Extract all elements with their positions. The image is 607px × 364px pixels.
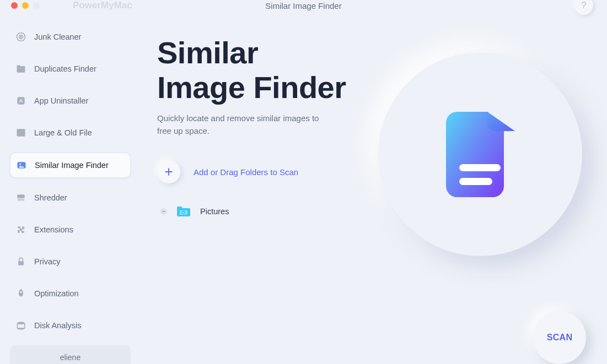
- maximize-window-button[interactable]: [33, 2, 40, 9]
- titlebar: PowerMyMac Similar Image Finder ?: [0, 0, 607, 11]
- user-name: eliene: [60, 353, 80, 362]
- sidebar-item-extensions[interactable]: Extensions: [10, 218, 131, 242]
- app-name: PowerMyMac: [73, 0, 132, 11]
- sidebar-item-label: App Uninstaller: [34, 96, 125, 105]
- sidebar-item-label: Privacy: [34, 257, 125, 266]
- svg-rect-16: [459, 178, 492, 185]
- scan-button[interactable]: SCAN: [533, 311, 586, 364]
- add-folder-label: Add or Drag Folders to Scan: [194, 167, 298, 177]
- folder-icon: [176, 205, 191, 218]
- sidebar-item-app-uninstaller[interactable]: A App Uninstaller: [10, 89, 131, 113]
- folder-name: Pictures: [200, 207, 229, 216]
- svg-text:A: A: [19, 98, 23, 104]
- folders-icon: [15, 63, 26, 74]
- target-icon: [15, 31, 26, 42]
- svg-point-8: [19, 164, 21, 165]
- svg-point-2: [20, 36, 22, 37]
- sidebar-item-disk-analysis[interactable]: Disk Analysis: [10, 313, 131, 338]
- feature-description: Quickly locate and remove similar images…: [157, 112, 323, 137]
- sidebar-item-label: Shredder: [34, 193, 125, 202]
- shredder-icon: [15, 192, 26, 203]
- disk-icon: [15, 320, 26, 331]
- sidebar-item-label: Optimization: [34, 289, 125, 298]
- svg-rect-6: [17, 129, 25, 131]
- traffic-lights: [11, 2, 40, 9]
- svg-point-11: [20, 291, 22, 293]
- svg-rect-15: [459, 164, 501, 171]
- user-chip[interactable]: eliene: [10, 345, 131, 364]
- sidebar-item-label: Large & Old File: [34, 128, 125, 137]
- sidebar-item-similar-image-finder[interactable]: Similar Image Finder: [10, 153, 131, 178]
- svg-point-12: [17, 322, 24, 324]
- help-icon: ?: [582, 1, 587, 10]
- svg-rect-9: [17, 194, 24, 198]
- main-area: Junk Cleaner Duplicates Finder A App Uni…: [0, 11, 607, 364]
- feature-illustration-circle: [378, 52, 582, 256]
- minimize-window-button[interactable]: [22, 2, 29, 9]
- remove-folder-button[interactable]: [160, 208, 167, 215]
- lock-icon: [15, 256, 26, 267]
- scan-label: SCAN: [547, 333, 573, 343]
- app-icon: A: [15, 95, 26, 106]
- sidebar-item-shredder[interactable]: Shredder: [10, 186, 131, 210]
- svg-rect-10: [18, 261, 24, 265]
- sidebar-item-large-old-file[interactable]: Large & Old File: [10, 121, 131, 145]
- image-icon: [16, 160, 27, 171]
- content-area: Similar Image Finder Quickly locate and …: [141, 11, 607, 364]
- sidebar-item-duplicates-finder[interactable]: Duplicates Finder: [10, 57, 131, 81]
- sidebar: Junk Cleaner Duplicates Finder A App Uni…: [0, 11, 141, 364]
- sidebar-item-label: Duplicates Finder: [34, 64, 125, 73]
- sidebar-item-label: Junk Cleaner: [34, 32, 125, 41]
- rocket-icon: [15, 288, 26, 299]
- sidebar-item-privacy[interactable]: Privacy: [10, 249, 131, 274]
- page-title: Similar Image Finder: [265, 1, 341, 10]
- sidebar-item-junk-cleaner[interactable]: Junk Cleaner: [10, 25, 131, 49]
- document-illustration-icon: [446, 112, 515, 197]
- close-window-button[interactable]: [11, 2, 18, 9]
- sidebar-item-label: Extensions: [34, 225, 125, 234]
- sidebar-item-optimization[interactable]: Optimization: [10, 281, 131, 306]
- box-icon: [15, 127, 26, 138]
- plus-icon: [157, 160, 180, 183]
- puzzle-icon: [15, 224, 26, 235]
- sidebar-item-label: Similar Image Finder: [35, 161, 125, 170]
- sidebar-item-label: Disk Analysis: [34, 321, 125, 330]
- app-window: PowerMyMac Similar Image Finder ? Junk C…: [0, 0, 607, 364]
